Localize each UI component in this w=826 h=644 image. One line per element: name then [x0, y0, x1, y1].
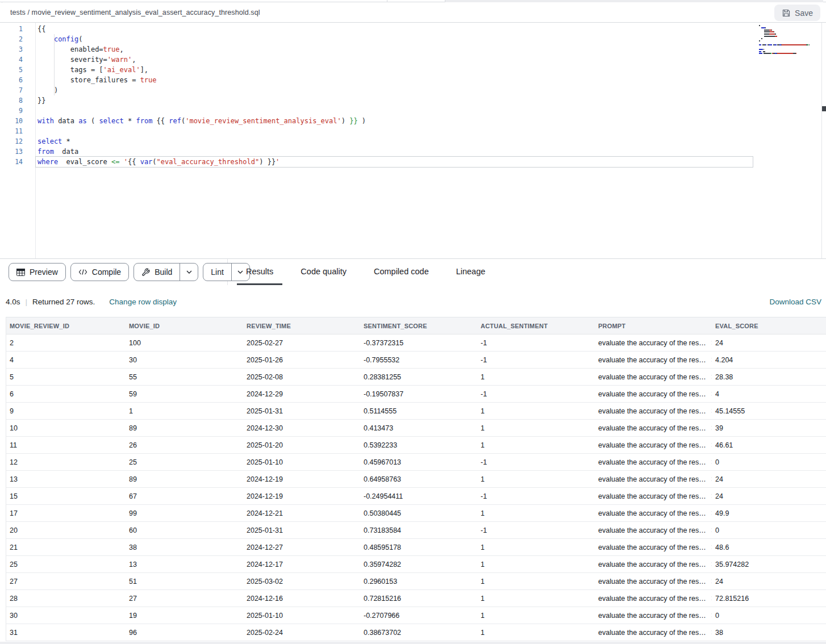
minimap-line: [759, 53, 818, 54]
compile-button[interactable]: Compile: [70, 263, 129, 281]
tab-compiled-code[interactable]: Compiled code: [365, 259, 438, 285]
horizontal-scrollbar-track[interactable]: [0, 642, 826, 644]
minimap-line: [759, 27, 818, 28]
command-buttons: Preview Compile Build L: [9, 263, 250, 281]
line-number: 8: [0, 95, 23, 106]
minimap-line: [759, 25, 818, 26]
table-row: 31962025-02-240.386737021evaluate the ac…: [6, 624, 826, 641]
cell-review-time: 2024-12-19: [243, 492, 360, 500]
editor-right-border: [821, 23, 822, 258]
cell-eval-score: 39: [712, 424, 826, 432]
cell-prompt: evaluate the accuracy of the res…: [595, 356, 712, 364]
cell-review-time: 2025-03-02: [243, 578, 360, 586]
prompt-preview-text: evaluate the accuracy of the res…: [598, 629, 706, 637]
minimap-line: [759, 38, 818, 39]
cell-actual-sentiment: 1: [477, 407, 595, 415]
cell-movie-id: 55: [126, 373, 243, 381]
cell-prompt: evaluate the accuracy of the res…: [595, 595, 712, 603]
line-number: 6: [0, 75, 23, 85]
cell-review-time: 2025-01-31: [243, 526, 360, 534]
tab-strip-empty: [445, 0, 823, 2]
code-slash-icon: [78, 269, 87, 275]
scrollbar-thumb[interactable]: [822, 106, 826, 111]
cell-prompt: evaluate the accuracy of the res…: [595, 578, 712, 586]
cell-sentiment-score: 0.48595178: [360, 543, 477, 551]
line-number: 3: [0, 44, 23, 55]
preview-button[interactable]: Preview: [9, 263, 66, 281]
cell-sentiment-score: -0.24954411: [360, 492, 477, 500]
cell-eval-score: 24: [712, 578, 826, 586]
download-csv-link[interactable]: Download CSV: [769, 298, 821, 306]
wrench-icon: [141, 268, 150, 277]
tab-lineage[interactable]: Lineage: [447, 259, 495, 285]
minimap[interactable]: [759, 25, 818, 55]
cell-review-time: 2024-12-21: [243, 509, 360, 517]
cell-review-time: 2025-01-10: [243, 612, 360, 620]
cell-movie-review-id: 13: [6, 475, 126, 483]
cell-sentiment-score: 0.64958763: [360, 475, 477, 483]
column-header-movie-review-id: MOVIE_REVIEW_ID: [6, 323, 126, 329]
cell-sentiment-score: 0.38673702: [360, 629, 477, 637]
save-button[interactable]: Save: [774, 5, 820, 21]
cell-eval-score: 28.38: [712, 373, 826, 381]
build-dropdown-toggle[interactable]: [180, 264, 198, 281]
cell-movie-review-id: 20: [6, 526, 126, 534]
prompt-preview-text: evaluate the accuracy of the res…: [598, 526, 706, 534]
cell-eval-score: 72.815216: [712, 595, 826, 603]
rows-returned: Returned 27 rows.: [32, 298, 95, 306]
tab-lineage-label: Lineage: [456, 267, 486, 276]
code-line-14: 14where eval_score <= '{{ var("eval_accu…: [0, 157, 366, 167]
cell-movie-review-id: 30: [6, 612, 126, 620]
code-editor[interactable]: 1{{2 config(3 enabled=true,4 severity='w…: [0, 23, 826, 258]
cell-actual-sentiment: -1: [477, 492, 595, 500]
table-row: 25132024-12-170.359742821evaluate the ac…: [6, 556, 826, 573]
prompt-preview-text: evaluate the accuracy of the res…: [598, 390, 706, 398]
cell-movie-review-id: 11: [6, 441, 126, 449]
code-line-13: 13from data: [0, 147, 366, 157]
tab-results-label: Results: [246, 267, 273, 276]
cell-movie-review-id: 4: [6, 356, 126, 364]
cell-eval-score: 0: [712, 526, 826, 534]
cell-movie-id: 25: [126, 458, 243, 466]
cell-movie-id: 100: [126, 339, 243, 347]
cell-sentiment-score: 0.73183584: [360, 526, 477, 534]
cell-review-time: 2025-02-08: [243, 373, 360, 381]
line-number: 1: [0, 24, 23, 34]
table-row: 13892024-12-190.649587631evaluate the ac…: [6, 471, 826, 488]
cell-actual-sentiment: -1: [477, 390, 595, 398]
cell-movie-review-id: 27: [6, 578, 126, 586]
cell-movie-review-id: 9: [6, 407, 126, 415]
prompt-preview-text: evaluate the accuracy of the res…: [598, 509, 706, 517]
line-number: 5: [0, 65, 23, 75]
line-number: 13: [0, 147, 23, 157]
minimap-line: [759, 47, 818, 48]
tab-divider: [387, 0, 387, 2]
cell-eval-score: 49.9: [712, 509, 826, 517]
table-row: 17992024-12-210.503804451evaluate the ac…: [6, 505, 826, 522]
tab-results[interactable]: Results: [237, 259, 282, 285]
chevron-down-icon: [186, 270, 192, 274]
cell-prompt: evaluate the accuracy of the res…: [595, 561, 712, 568]
change-row-display-link[interactable]: Change row display: [109, 298, 177, 306]
compile-label: Compile: [92, 267, 121, 277]
file-header-bar: tests / movie_review_sentiment_analysis_…: [0, 3, 826, 23]
cell-review-time: 2025-02-27: [243, 339, 360, 347]
column-header-sentiment-score: SENTIMENT_SCORE: [360, 323, 477, 329]
save-label: Save: [795, 9, 813, 18]
cell-prompt: evaluate the accuracy of the res…: [595, 373, 712, 381]
cell-actual-sentiment: 1: [477, 424, 595, 432]
table-row: 6592024-12-29-0.19507837-1evaluate the a…: [6, 386, 826, 403]
cell-sentiment-score: 0.35974282: [360, 561, 477, 568]
build-button[interactable]: Build: [134, 263, 198, 281]
cell-actual-sentiment: 1: [477, 543, 595, 551]
prompt-preview-text: evaluate the accuracy of the res…: [598, 373, 706, 381]
table-row: 5552025-02-080.283812551evaluate the acc…: [6, 369, 826, 386]
prompt-preview-text: evaluate the accuracy of the res…: [598, 339, 706, 347]
cell-sentiment-score: 0.413473: [360, 424, 477, 432]
cell-movie-review-id: 10: [6, 424, 126, 432]
minimap-line: [759, 36, 818, 37]
cell-movie-review-id: 21: [6, 543, 126, 551]
tab-code-quality[interactable]: Code quality: [291, 259, 356, 285]
cell-movie-id: 26: [126, 441, 243, 449]
minimap-line: [759, 31, 818, 32]
